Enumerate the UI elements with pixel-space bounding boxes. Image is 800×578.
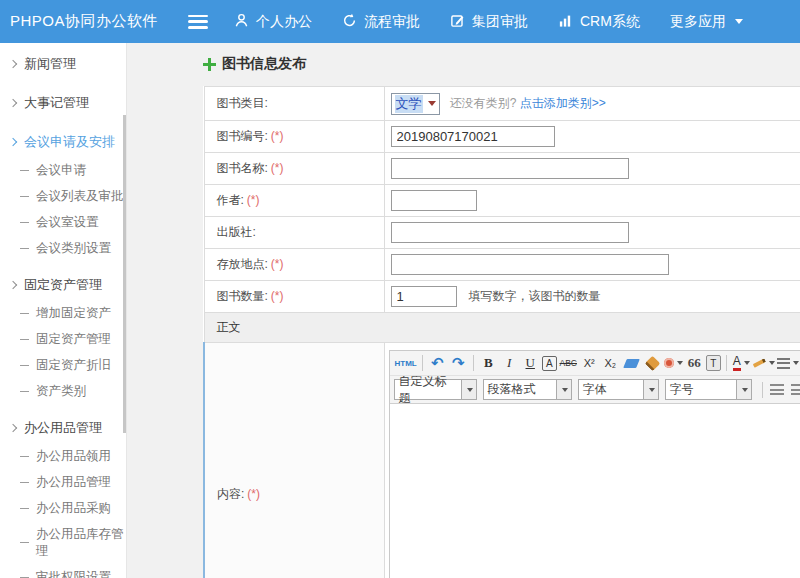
superscript-button[interactable]: X² xyxy=(580,353,599,373)
format-painter-button[interactable] xyxy=(664,353,683,373)
font-size-select[interactable]: 字号 xyxy=(665,379,737,400)
field-label: 图书编号: xyxy=(217,129,268,143)
font-family-select[interactable]: 字体 xyxy=(578,379,644,400)
category-select[interactable]: 文学 xyxy=(391,93,440,115)
page-title: 图书信息发布 xyxy=(203,55,800,73)
rich-text-editor: HTML ↶ ↷ B I U A ABC X² X₂ xyxy=(389,350,800,578)
font-color-button[interactable]: A xyxy=(732,353,751,373)
align-center-button[interactable] xyxy=(789,380,800,400)
field-label: 存放地点: xyxy=(217,257,268,271)
book-name-input[interactable] xyxy=(391,158,629,179)
clear-format-button[interactable] xyxy=(643,353,662,373)
sidebar-group-meeting[interactable]: 会议申请及安排 xyxy=(0,127,126,157)
dash-icon xyxy=(20,339,29,340)
sidebar-item-meeting-category[interactable]: 会议类别设置 xyxy=(0,235,126,261)
caret-down-icon xyxy=(744,361,750,365)
book-number-input[interactable] xyxy=(391,126,555,147)
sidebar-group-fixed-assets[interactable]: 固定资产管理 xyxy=(0,270,126,300)
toolbar-separator xyxy=(762,382,763,398)
field-label: 图书类目: xyxy=(217,96,268,110)
undo-button[interactable]: ↶ xyxy=(428,353,447,373)
toolbar-separator xyxy=(726,355,727,371)
subscript-button[interactable]: X₂ xyxy=(601,353,620,373)
top-bar: PHPOA协同办公软件 个人办公 流程审批 集团审批 CRM系统 更多应用 xyxy=(0,0,800,43)
location-input[interactable] xyxy=(391,254,669,275)
menu-label: 流程审批 xyxy=(364,13,420,31)
redo-button[interactable]: ↷ xyxy=(449,353,468,373)
select-caret-icon[interactable] xyxy=(462,379,477,400)
form-row-number: 图书编号:(*) xyxy=(204,121,800,153)
bar-chart-icon xyxy=(558,13,573,31)
menu-label: 集团审批 xyxy=(472,13,528,31)
dash-icon xyxy=(20,482,29,483)
dash-icon xyxy=(20,577,29,578)
sidebar-item-asset-depreciation[interactable]: 固定资产折旧 xyxy=(0,352,126,378)
required-mark: (*) xyxy=(271,257,284,271)
field-label: 图书数量: xyxy=(217,289,268,303)
menu-personal-office[interactable]: 个人办公 xyxy=(234,13,312,31)
sidebar-item-meeting-apply[interactable]: 会议申请 xyxy=(0,157,126,183)
author-input[interactable] xyxy=(391,190,477,211)
sidebar-group-news[interactable]: 新闻管理 xyxy=(0,49,126,79)
add-category-link[interactable]: 点击添加类别>> xyxy=(520,96,606,110)
caret-down-icon xyxy=(793,361,799,365)
bold-button[interactable]: B xyxy=(479,353,498,373)
ordered-list-button[interactable] xyxy=(777,353,799,373)
custom-heading-select[interactable]: 自定义标题 xyxy=(394,379,462,400)
form-row-author: 作者:(*) xyxy=(204,185,800,217)
paragraph-format-select[interactable]: 段落格式 xyxy=(483,379,557,400)
menu-more-apps[interactable]: 更多应用 xyxy=(670,13,743,31)
char-border-button[interactable]: A xyxy=(542,356,557,371)
sidebar-item-asset-add[interactable]: 增加固定资产 xyxy=(0,300,126,326)
select-caret-icon[interactable] xyxy=(557,379,572,400)
sidebar-item-asset-category[interactable]: 资产类别 xyxy=(0,378,126,404)
app-logo: PHPOA协同办公软件 xyxy=(0,12,172,31)
select-caret-icon[interactable] xyxy=(644,379,659,400)
quantity-input[interactable] xyxy=(391,286,457,307)
person-icon xyxy=(234,13,249,31)
sidebar-item-meeting-list[interactable]: 会议列表及审批 xyxy=(0,183,126,209)
form-row-quantity: 图书数量:(*) 填写数字，该图书的数量 xyxy=(204,281,800,313)
italic-button[interactable]: I xyxy=(500,353,519,373)
hamburger-menu-icon[interactable] xyxy=(188,15,208,29)
eraser-button[interactable] xyxy=(622,353,641,373)
chevron-right-icon xyxy=(9,60,17,68)
publisher-input[interactable] xyxy=(391,222,629,243)
required-mark: (*) xyxy=(247,487,260,501)
format-painter-icon xyxy=(664,358,674,368)
field-label: 内容: xyxy=(217,487,244,501)
editor-content-area[interactable] xyxy=(390,404,800,578)
caret-down-icon xyxy=(735,19,743,24)
dash-icon xyxy=(20,313,29,314)
dash-icon xyxy=(20,391,29,392)
menu-group-approval[interactable]: 集团审批 xyxy=(450,13,528,31)
align-left-button[interactable] xyxy=(768,380,787,400)
sidebar-group-office-supplies[interactable]: 办公用品管理 xyxy=(0,413,126,443)
html-source-button[interactable]: HTML xyxy=(395,353,417,373)
blockquote-button[interactable]: 66 xyxy=(685,353,704,373)
sidebar-item-meeting-room[interactable]: 会议室设置 xyxy=(0,209,126,235)
paste-text-button[interactable]: T xyxy=(706,355,721,371)
dash-icon xyxy=(20,248,29,249)
editor-toolbar-row2: 自定义标题 段落格式 字体 字号 ∞ ∞ xyxy=(390,376,800,404)
highlight-color-button[interactable] xyxy=(753,353,775,373)
required-mark: (*) xyxy=(271,129,284,143)
strikethrough-button[interactable]: ABC xyxy=(559,353,578,373)
eraser-icon xyxy=(623,359,640,368)
sidebar-item-approval-permission[interactable]: 审批权限设置 xyxy=(0,564,126,578)
sidebar-item-supplies-claim[interactable]: 办公用品领用 xyxy=(0,443,126,469)
sidebar-item-supplies-manage[interactable]: 办公用品管理 xyxy=(0,469,126,495)
sidebar-item-supplies-purchase[interactable]: 办公用品采购 xyxy=(0,495,126,521)
sidebar-item-asset-manage[interactable]: 固定资产管理 xyxy=(0,326,126,352)
dash-icon xyxy=(20,170,29,171)
sidebar-scrollbar[interactable] xyxy=(123,115,126,433)
sidebar-group-memorabilia[interactable]: 大事记管理 xyxy=(0,88,126,118)
edit-square-icon xyxy=(450,13,465,31)
select-caret-icon[interactable] xyxy=(737,379,752,400)
menu-process-approval[interactable]: 流程审批 xyxy=(342,13,420,31)
menu-crm[interactable]: CRM系统 xyxy=(558,13,640,31)
ordered-list-icon xyxy=(777,358,790,369)
dash-icon xyxy=(20,365,29,366)
underline-button[interactable]: U xyxy=(521,353,540,373)
sidebar-item-supplies-stock[interactable]: 办公用品库存管理 xyxy=(0,521,126,564)
